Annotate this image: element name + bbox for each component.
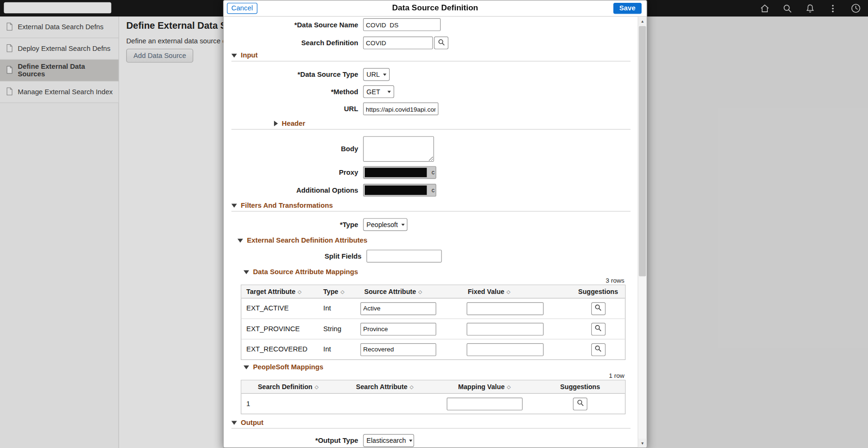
source-attribute-input[interactable] [361,302,436,315]
additional-options-label: Additional Options [224,187,363,194]
section-header-collapsed[interactable]: Header [274,120,638,127]
collapse-icon [243,365,249,369]
save-button[interactable]: Save [613,3,642,14]
section-peoplesoft-mappings[interactable]: PeopleSoft Mappings [243,363,637,371]
split-fields-row: Split Fields [224,250,638,262]
scroll-up-button[interactable]: ▲ [638,16,647,25]
collapse-icon [232,204,237,207]
target-attribute-cell: EXT_RECOVERED [241,346,318,353]
scrollbar-thumb[interactable] [639,26,646,276]
section-output[interactable]: Output [232,419,638,426]
sort-icon: ◇ [418,289,422,294]
modal-body: *Data Source Name Search Definition Inpu… [224,16,638,448]
section-external-search-definition-attributes[interactable]: External Search Definition Attributes [238,236,638,244]
sequence-cell: 1 [241,400,335,407]
suggestions-cell [570,323,626,335]
grid2-header-search-definition[interactable]: Search Definition◇ [241,381,335,393]
output-type-value: Elasticsearch [367,437,406,444]
suggestions-lookup-button[interactable] [591,343,605,356]
proxy-row: Proxy c [224,166,638,179]
table-row: EXT_ACTIVE Int [241,299,625,319]
modal-scrollbar[interactable]: ▲ ▼ [638,16,647,448]
source-attribute-input[interactable] [361,323,436,335]
data-source-type-label: *Data Source Type [224,71,363,78]
magnifier-icon [595,325,602,334]
additional-options-input[interactable]: c [363,184,436,196]
table-row: EXT_PROVINCE String [241,319,625,339]
header-label: Search Definition [258,383,313,391]
grid1-header-suggestions: Suggestions [570,285,626,298]
search-definition-input[interactable] [363,37,433,49]
method-select[interactable]: GET [363,85,394,98]
suggestions-lookup-button[interactable] [573,397,587,410]
collapse-icon [238,238,243,242]
collapse-icon [232,421,237,424]
url-input[interactable] [363,102,438,115]
mapping-value-cell [434,397,534,410]
fixed-value-input[interactable] [466,302,543,315]
section-filters-and-transformations[interactable]: Filters And Transformations [232,202,638,209]
source-attribute-input[interactable] [361,343,436,356]
grid2-header-row: Search Definition◇ Search Attribute◇ Map… [241,381,625,394]
proxy-visible-text: c [432,169,434,176]
magnifier-icon [438,39,445,48]
target-attribute-cell: EXT_PROVINCE [241,325,318,333]
magnifier-icon [595,304,602,313]
additional-options-visible-text: c [432,187,434,193]
header-label: Search Attribute [356,383,407,391]
grid2-header-mapping-value[interactable]: Mapping Value◇ [434,381,534,393]
section-input[interactable]: Input [232,51,638,59]
screen: External Data Search Defns Deploy Extern… [0,0,868,448]
type-value: Peoplesoft [367,220,398,228]
grid1-header-row: Target Attribute◇ Type◇ Source Attribute… [241,285,625,298]
search-definition-row: Search Definition [224,37,638,49]
type-select[interactable]: Peoplesoft [363,218,407,231]
fixed-value-cell [460,323,570,335]
suggestions-cell [570,302,626,315]
method-row: *Method GET [224,85,638,98]
fixed-value-input[interactable] [466,343,543,356]
sort-icon: ◇ [410,384,413,390]
grid1-header-type[interactable]: Type◇ [318,285,359,298]
data-source-name-row: *Data Source Name [224,18,638,31]
header-label: Source Attribute [364,288,416,295]
sort-icon: ◇ [314,384,318,390]
proxy-label: Proxy [224,169,363,176]
table-row: EXT_RECOVERED Int [241,340,625,359]
additional-options-row: Additional Options c [224,184,638,196]
redaction-bar [365,168,427,177]
grid2-header-search-attribute[interactable]: Search Attribute◇ [335,381,434,393]
mapping-value-input[interactable] [446,397,522,410]
fixed-value-cell [460,343,570,356]
method-value: GET [367,88,380,95]
output-type-select[interactable]: Elasticsearch [363,434,414,447]
section-data-source-attribute-mappings[interactable]: Data Source Attribute Mappings [243,268,637,276]
suggestions-lookup-button[interactable] [591,302,605,315]
section-divider [232,129,631,130]
redaction-bar [365,186,427,195]
method-label: *Method [224,88,363,95]
grid1-header-fixed-value[interactable]: Fixed Value◇ [460,285,570,298]
source-attribute-cell [359,343,460,356]
collapse-icon [232,53,237,57]
data-source-name-input[interactable] [363,18,441,31]
fixed-value-input[interactable] [466,323,543,335]
table-row: 1 [241,394,625,414]
search-definition-lookup-button[interactable] [434,37,449,49]
proxy-input[interactable]: c [363,166,436,179]
suggestions-cell [570,343,626,356]
grid1-header-source-attribute[interactable]: Source Attribute◇ [359,285,460,298]
output-type-label: *Output Type [224,437,363,444]
suggestions-lookup-button[interactable] [591,323,605,335]
sort-icon: ◇ [297,289,301,294]
body-textarea[interactable] [363,136,434,162]
data-source-type-select[interactable]: URL [363,68,389,81]
grid1-header-target-attribute[interactable]: Target Attribute◇ [241,285,318,298]
type-cell: Int [318,305,359,312]
split-fields-input[interactable] [367,250,442,262]
section-ext-attrs-label: External Search Definition Attributes [247,236,368,244]
scroll-down-button[interactable]: ▼ [638,439,647,448]
suggestions-cell [534,397,626,410]
expand-icon [274,121,278,126]
data-source-type-row: *Data Source Type URL [224,68,638,81]
